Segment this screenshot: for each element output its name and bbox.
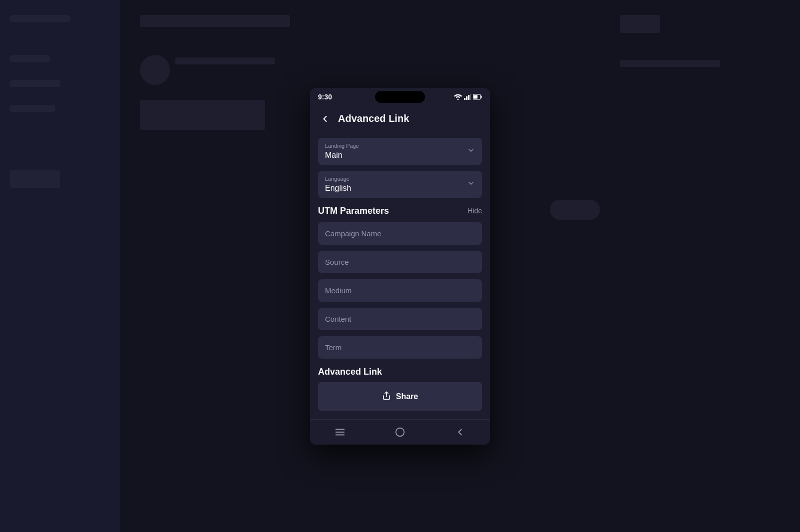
chevron-down-icon — [467, 146, 475, 156]
home-nav-icon[interactable] — [394, 427, 406, 438]
term-input[interactable] — [318, 336, 482, 359]
language-value: English — [325, 184, 475, 193]
utm-section-title: UTM Parameters — [318, 206, 389, 216]
campaign-name-input[interactable] — [318, 222, 482, 245]
back-button[interactable] — [318, 112, 332, 126]
status-bar: 9:30 — [310, 88, 490, 106]
utm-section-header: UTM Parameters Hide — [318, 206, 482, 216]
nav-bar — [310, 419, 490, 445]
hide-button[interactable]: Hide — [468, 207, 482, 215]
svg-rect-3 — [468, 95, 470, 100]
content-area: Landing Page Main Language English UTM P… — [310, 132, 490, 419]
status-time: 9:30 — [318, 93, 332, 101]
chevron-down-icon — [467, 179, 475, 189]
battery-icon — [473, 94, 482, 100]
landing-page-dropdown[interactable]: Landing Page Main — [318, 138, 482, 165]
landing-page-value: Main — [325, 151, 475, 160]
status-icons — [454, 94, 482, 100]
svg-point-0 — [458, 98, 459, 100]
advanced-link-title: Advanced Link — [318, 367, 482, 377]
share-label: Share — [396, 392, 418, 401]
language-label: Language — [325, 176, 475, 182]
share-icon — [382, 391, 391, 402]
svg-rect-6 — [474, 95, 478, 98]
content-input[interactable] — [318, 308, 482, 330]
language-dropdown[interactable]: Language English — [318, 171, 482, 198]
page-title: Advanced Link — [338, 113, 409, 124]
dynamic-island — [375, 91, 425, 103]
svg-rect-4 — [470, 94, 471, 100]
svg-point-12 — [396, 428, 404, 436]
phone-container: 9:30 — [310, 88, 490, 445]
share-button[interactable]: Share — [318, 382, 482, 411]
landing-page-label: Landing Page — [325, 143, 475, 149]
svg-rect-2 — [466, 96, 468, 100]
medium-input[interactable] — [318, 279, 482, 302]
svg-rect-1 — [464, 98, 466, 100]
wifi-icon — [454, 94, 462, 100]
menu-nav-icon[interactable] — [334, 427, 346, 438]
app-header: Advanced Link — [310, 106, 490, 132]
svg-rect-7 — [481, 95, 482, 98]
advanced-link-section: Advanced Link Share — [318, 367, 482, 411]
signal-icon — [464, 94, 471, 100]
back-nav-icon[interactable] — [454, 427, 466, 438]
source-input[interactable] — [318, 251, 482, 273]
